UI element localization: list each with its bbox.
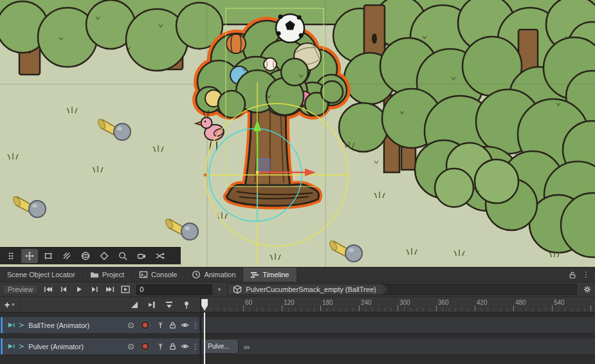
tab-label: Scene Object Locator: [7, 271, 75, 278]
tab-timeline[interactable]: Timeline: [243, 268, 297, 282]
ruler-tick-label: 540: [554, 299, 565, 306]
track-panel: ≻ BallTree (Animator) ⊙: [0, 313, 201, 364]
ruler-tick-label: 240: [361, 299, 372, 306]
track-toggles: [156, 342, 189, 350]
play-range-button[interactable]: [118, 284, 133, 295]
ruler-tick-label: 360: [438, 299, 449, 306]
rect-tool[interactable]: [40, 249, 57, 263]
ruler-tick-label: 180: [322, 299, 333, 306]
timeline-lanes[interactable]: Pulve... ∞: [201, 313, 595, 364]
zoom-tool[interactable]: [114, 249, 131, 263]
preview-toggle[interactable]: Preview: [3, 284, 38, 295]
rect-icon: [44, 251, 53, 260]
lock-icon[interactable]: [169, 342, 177, 350]
goto-end-icon: [105, 285, 114, 294]
tab-console[interactable]: Console: [132, 268, 185, 282]
lane-balltree[interactable]: [201, 316, 595, 334]
clock-icon: [192, 270, 201, 279]
folder-icon: [90, 270, 99, 279]
goto-end-button[interactable]: [102, 284, 118, 295]
stripes-icon: [62, 251, 71, 260]
ruler-major-ticks: [205, 305, 595, 311]
track-label: BallTree (Animator): [28, 322, 127, 329]
ruler-tick-label: 60: [245, 299, 252, 306]
step-forward-button[interactable]: [87, 284, 102, 295]
kebab-menu-icon[interactable]: ⋮: [582, 271, 590, 278]
sphere-tool[interactable]: [77, 249, 94, 263]
markers-toggle-icon[interactable]: [182, 300, 191, 309]
clip-label: Pulve...: [208, 343, 229, 350]
timeline-settings-button[interactable]: [580, 282, 595, 296]
step-back-button[interactable]: [56, 284, 71, 295]
timeline-icon: [250, 270, 259, 279]
record-button[interactable]: [140, 341, 150, 351]
tilemap-tool[interactable]: [59, 249, 75, 263]
shuffle-tool[interactable]: [152, 249, 169, 263]
play-icon: [75, 285, 84, 294]
camera-icon: [137, 251, 146, 260]
tab-label: Console: [151, 271, 177, 278]
mix-mode-icon[interactable]: [130, 300, 139, 309]
track-kebab-icon[interactable]: ⋮: [192, 322, 199, 329]
tab-animation[interactable]: Animation: [185, 268, 243, 282]
animator-icon: ≻: [19, 321, 24, 329]
clip-pulver[interactable]: Pulve...: [205, 339, 239, 354]
move-icon: [25, 251, 34, 260]
goto-start-button[interactable]: [41, 284, 56, 295]
ripple-mode-icon[interactable]: [147, 300, 156, 309]
grip-icon: [3, 249, 19, 263]
eye-icon[interactable]: [181, 342, 189, 350]
cube-icon: [233, 285, 242, 294]
play-button[interactable]: [71, 284, 87, 295]
move-tool[interactable]: [21, 249, 38, 263]
shuffle-icon: [156, 251, 165, 260]
soccer-ball: [276, 14, 304, 42]
record-button[interactable]: [140, 320, 150, 330]
scene-art: [0, 0, 595, 267]
scene-viewport[interactable]: [0, 0, 595, 267]
pin-icon[interactable]: [156, 321, 165, 329]
track-label: Pulver (Animator): [28, 343, 127, 350]
console-icon: [139, 270, 148, 279]
animator-icon: ≻: [19, 342, 24, 350]
record-arm-icon[interactable]: ⊙: [127, 321, 134, 329]
playhead-line[interactable]: [204, 313, 205, 364]
record-arm-icon[interactable]: ⊙: [127, 342, 134, 350]
add-track-button[interactable]: + ▾: [5, 300, 14, 309]
infinite-clip-icon: ∞: [244, 341, 250, 351]
lane-pulver[interactable]: Pulve... ∞: [201, 338, 595, 355]
breadcrumb-label: PulverCucumberSmack_empty (BallTree): [246, 286, 376, 293]
pumpkin-ball: [226, 34, 246, 53]
plus-icon: +: [5, 300, 10, 309]
tab-label: Animation: [204, 271, 235, 278]
lock-icon[interactable]: [169, 321, 177, 329]
axis-tool[interactable]: [96, 249, 113, 263]
timeline-header: + ▾ 60 120: [0, 296, 595, 313]
lock-icon[interactable]: [569, 271, 576, 279]
camera-tool[interactable]: [133, 249, 150, 263]
frame-options-caret[interactable]: ▾: [214, 286, 224, 293]
eye-icon[interactable]: [181, 321, 189, 329]
track-row-balltree[interactable]: ≻ BallTree (Animator) ⊙: [0, 316, 200, 334]
timeline-body: ≻ BallTree (Animator) ⊙: [0, 313, 595, 364]
tab-project[interactable]: Project: [83, 268, 132, 282]
timeline-ruler[interactable]: 60 120 180 240 300 360 420 480 540: [201, 297, 595, 312]
scene-tools-overlay: [0, 247, 181, 264]
tab-scene-object-locator[interactable]: Scene Object Locator: [0, 268, 83, 282]
step-forward-icon: [90, 285, 99, 294]
replace-mode-icon[interactable]: [165, 300, 174, 309]
ruler-tick-label: 420: [477, 299, 488, 306]
pin-icon[interactable]: [156, 342, 165, 350]
tab-label: Project: [102, 271, 124, 278]
record-dot: [143, 323, 147, 327]
track-row-pulver[interactable]: ≻ Pulver (Animator) ⊙: [0, 338, 200, 355]
gear-icon: [583, 285, 592, 294]
track-toggles: [156, 321, 189, 329]
frame-field[interactable]: 0: [136, 284, 212, 295]
baseball: [264, 58, 277, 71]
track-header-bar: + ▾: [0, 297, 201, 312]
track-kebab-icon[interactable]: ⋮: [192, 343, 199, 350]
breadcrumb[interactable]: PulverCucumberSmack_empty (BallTree): [228, 284, 388, 295]
magnifier-icon: [118, 251, 127, 260]
ruler-tick-label: 120: [284, 299, 295, 306]
